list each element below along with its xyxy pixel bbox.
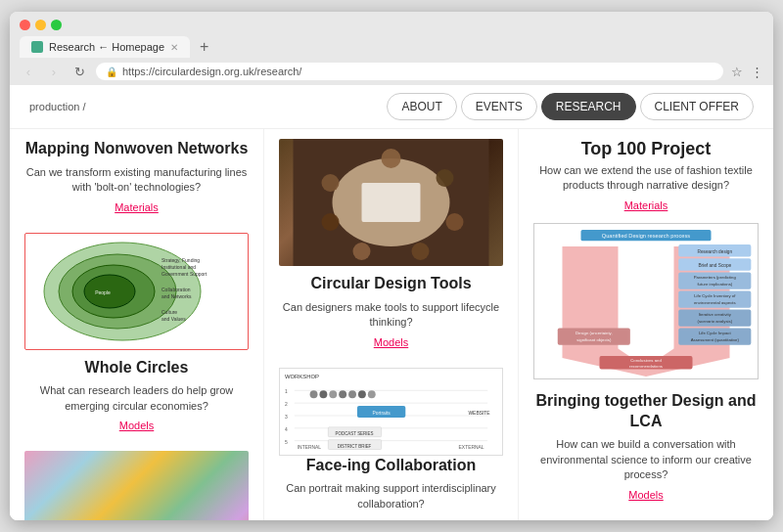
- refresh-button[interactable]: ↻: [70, 63, 88, 80]
- nav-research[interactable]: RESEARCH: [541, 93, 636, 120]
- circles-svg: Strategy, Funding Institutional and Gove…: [39, 238, 235, 345]
- svg-text:Conclusions and: Conclusions and: [630, 358, 662, 363]
- svg-text:Quantified Design research pro: Quantified Design research process: [602, 233, 691, 239]
- svg-point-16: [446, 213, 464, 231]
- svg-text:People: People: [95, 289, 111, 295]
- nav-client-offer[interactable]: CLIENT OFFER: [640, 93, 754, 120]
- settings-icon[interactable]: ⋮: [751, 65, 763, 79]
- maximize-button[interactable]: [51, 20, 62, 30]
- svg-text:Government Support: Government Support: [161, 271, 207, 277]
- col-left: Mapping Nonwoven Networks Can we transfo…: [10, 129, 264, 520]
- svg-text:environmental aspects: environmental aspects: [694, 300, 736, 305]
- svg-point-39: [319, 390, 327, 398]
- svg-rect-21: [362, 183, 421, 222]
- svg-text:and Networks: and Networks: [161, 293, 192, 299]
- card-mapping-desc: Can we transform existing manufacturing …: [24, 165, 249, 196]
- main-content[interactable]: Mapping Nonwoven Networks Can we transfo…: [10, 129, 773, 520]
- svg-text:5: 5: [285, 439, 288, 444]
- research-process-diagram: Quantified Design research process Resea…: [533, 223, 759, 379]
- svg-point-15: [437, 169, 454, 187]
- back-button[interactable]: ‹: [20, 63, 37, 80]
- card-mapping-title: Mapping Nonwoven Networks: [24, 139, 249, 159]
- svg-point-40: [329, 390, 337, 398]
- card-fabric-image: [24, 451, 249, 520]
- top-100-link[interactable]: Materials: [533, 200, 759, 211]
- card-facing-collaboration: WORKSHOP 1 2 3 4 5: [279, 368, 503, 512]
- svg-text:INTERNAL: INTERNAL: [298, 444, 322, 449]
- svg-point-17: [412, 243, 430, 260]
- svg-text:1: 1: [285, 389, 288, 394]
- active-tab[interactable]: Research ← Homepage ✕: [20, 36, 190, 58]
- svg-point-41: [339, 390, 346, 398]
- col-right: Top 100 Project How can we extend the us…: [519, 129, 773, 520]
- svg-text:recommendations: recommendations: [629, 363, 663, 368]
- card-workshop-image: [279, 139, 503, 266]
- fabric-photo: [24, 451, 249, 520]
- svg-text:Life Cycle Inventory of: Life Cycle Inventory of: [694, 293, 736, 298]
- card-circular-tools-link[interactable]: Models: [279, 336, 503, 348]
- research-diagram-svg: Quantified Design research process Resea…: [534, 224, 758, 379]
- card-facing-collab-desc: Can portrait making support interdiscipl…: [279, 481, 503, 511]
- url-text: https://circulardesign.org.uk/research/: [122, 66, 301, 77]
- tab-close-button[interactable]: ✕: [170, 42, 178, 53]
- svg-text:significant objects): significant objects): [576, 337, 612, 342]
- col-center: Circular Design Tools Can designers make…: [264, 129, 519, 520]
- top-100-partial: Top 100 Project How can we extend the us…: [533, 139, 759, 211]
- forward-button[interactable]: ›: [45, 63, 63, 80]
- svg-text:PODCAST SERIES: PODCAST SERIES: [336, 430, 374, 435]
- card-whole-circles-title: Whole Circles: [24, 358, 249, 378]
- svg-text:WORKSHOP: WORKSHOP: [285, 374, 319, 379]
- svg-text:future implications): future implications): [697, 282, 732, 287]
- address-bar-row: ‹ › ↻ 🔒 https://circulardesign.org.uk/re…: [10, 58, 773, 85]
- nav-items: ABOUT EVENTS RESEARCH CLIENT OFFER: [387, 93, 754, 120]
- traffic-lights: [20, 20, 763, 30]
- top-100-desc: How can we extend the use of fashion tex…: [533, 163, 759, 194]
- card-circular-design-tools: Circular Design Tools Can designers make…: [279, 139, 503, 348]
- close-button[interactable]: [20, 20, 30, 30]
- svg-point-18: [353, 243, 371, 260]
- svg-text:Iterative creativity: Iterative creativity: [699, 312, 732, 317]
- svg-point-44: [368, 390, 376, 398]
- lock-icon: 🔒: [106, 66, 117, 77]
- card-facing-collab-title: Face-ing Collaboration: [279, 456, 503, 476]
- svg-text:DISTRICT BRIEF: DISTRICT BRIEF: [338, 443, 372, 448]
- svg-text:Assessment (quantitative): Assessment (quantitative): [691, 337, 740, 342]
- svg-text:(scenario analysis): (scenario analysis): [698, 319, 733, 324]
- browser-actions: ☆ ⋮: [731, 65, 763, 79]
- address-bar[interactable]: 🔒 https://circulardesign.org.uk/research…: [96, 63, 723, 80]
- tab-favicon: [31, 41, 43, 53]
- workshop-svg: [279, 139, 503, 266]
- svg-text:2: 2: [285, 402, 288, 407]
- content-grid: Mapping Nonwoven Networks Can we transfo…: [10, 129, 773, 520]
- minimize-button[interactable]: [35, 20, 46, 30]
- browser-chrome: Research ← Homepage ✕ +: [10, 12, 773, 58]
- nav-breadcrumb-partial: production /: [29, 101, 85, 112]
- card-mapping-nonwoven: Mapping Nonwoven Networks Can we transfo…: [24, 139, 249, 213]
- card-bringing-title: Bringing together Design and LCA: [533, 391, 759, 432]
- tab-bar: Research ← Homepage ✕ +: [20, 36, 763, 58]
- whole-circles-diagram: Strategy, Funding Institutional and Gove…: [24, 233, 249, 350]
- workshop-photo: [279, 139, 503, 266]
- card-bringing-link[interactable]: Models: [533, 489, 759, 501]
- card-bringing-desc: How can we build a conversation with env…: [533, 437, 759, 482]
- card-whole-circles: Strategy, Funding Institutional and Gove…: [24, 233, 249, 432]
- new-tab-button[interactable]: +: [192, 36, 216, 58]
- browser-window: Research ← Homepage ✕ + ‹ › ↻ 🔒 https://…: [10, 12, 773, 520]
- svg-point-42: [348, 390, 356, 398]
- svg-text:and Values: and Values: [161, 316, 186, 322]
- card-whole-circles-link[interactable]: Models: [24, 420, 249, 431]
- svg-text:Institutional and: Institutional and: [161, 264, 196, 270]
- nav-events[interactable]: EVENTS: [461, 93, 537, 120]
- bookmark-icon[interactable]: ☆: [731, 65, 743, 79]
- card-circular-tools-title: Circular Design Tools: [279, 274, 503, 294]
- svg-text:Brief and Scope: Brief and Scope: [698, 263, 731, 268]
- svg-point-19: [322, 213, 340, 231]
- svg-point-14: [382, 149, 401, 168]
- svg-point-20: [322, 174, 340, 192]
- card-bringing-together: Bringing together Design and LCA How can…: [533, 391, 759, 501]
- nav-about[interactable]: ABOUT: [387, 93, 456, 120]
- collab-svg: WORKSHOP 1 2 3 4 5: [280, 369, 502, 456]
- svg-text:EXTERNAL: EXTERNAL: [459, 444, 484, 449]
- card-mapping-link[interactable]: Materials: [24, 201, 249, 213]
- site-nav: production / ABOUT EVENTS RESEARCH CLIEN…: [10, 85, 773, 129]
